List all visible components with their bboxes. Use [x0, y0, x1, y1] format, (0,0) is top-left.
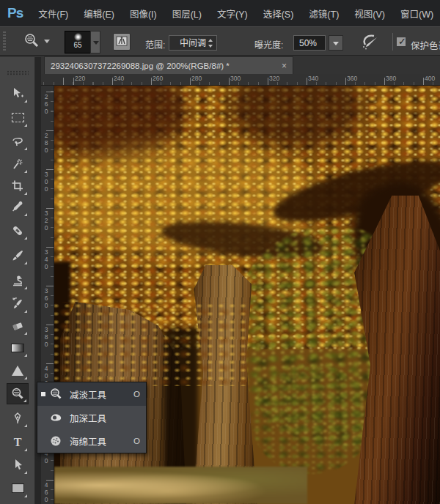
- range-select[interactable]: 中间调: [169, 35, 217, 51]
- ruler-tick: 360: [347, 75, 357, 82]
- protect-tones-label: 保护色调: [411, 38, 440, 52]
- menu-image[interactable]: 图像(I): [130, 7, 157, 21]
- ruler-tick: 280: [43, 132, 49, 154]
- exposure-value: 50%: [299, 38, 317, 48]
- menu-filter[interactable]: 滤镜(T): [309, 7, 339, 21]
- checkmark-icon: ✓: [398, 37, 406, 47]
- flyout-shortcut: O: [133, 390, 140, 399]
- marquee-icon: [12, 113, 24, 122]
- healing-brush-tool[interactable]: [7, 220, 29, 241]
- range-label: 范围:: [145, 38, 165, 51]
- ruler-tick: 320: [43, 210, 49, 231]
- burn-icon: [49, 411, 64, 424]
- flyout-label: 减淡工具: [70, 388, 131, 401]
- ruler-tick: 240: [114, 75, 124, 82]
- airbrush-toggle-button[interactable]: [361, 33, 380, 51]
- tools-panel-grip[interactable]: [7, 70, 29, 75]
- updown-arrows-icon: [208, 39, 213, 48]
- menu-window[interactable]: 窗口(W): [400, 7, 433, 21]
- dodge-tool-selected[interactable]: [7, 383, 29, 404]
- green-foliage-lower: [251, 364, 372, 474]
- photoshop-logo: Ps: [7, 5, 23, 21]
- photoshop-window: Ps 文件(F) 编辑(E) 图像(I) 图层(L) 文字(Y) 选择(S) 滤…: [0, 0, 440, 504]
- flyout-item-sponge[interactable]: 海绵工具 O: [37, 429, 146, 453]
- brush-size: 65: [65, 41, 90, 49]
- ruler-tick: 300: [230, 75, 241, 82]
- rectangle-icon: [12, 483, 24, 493]
- ruler-tick: 300: [43, 171, 49, 193]
- brush-tool[interactable]: [7, 245, 29, 266]
- ruler-tick: 340: [43, 248, 49, 270]
- ruler-tick: 280: [191, 75, 202, 82]
- chevron-down-icon: [93, 41, 99, 45]
- ruler-tick: 380: [43, 326, 49, 348]
- chevron-down-icon: [333, 42, 339, 45]
- menu-view[interactable]: 视图(V): [354, 7, 385, 21]
- menu-select[interactable]: 选择(S): [263, 7, 294, 21]
- type-icon: T: [14, 436, 22, 449]
- dodge-tool-flyout-menu: 减淡工具 O 加深工具 海绵工具 O: [37, 382, 147, 453]
- flyout-label: 加深工具: [70, 411, 137, 425]
- type-tool[interactable]: T: [7, 431, 29, 453]
- lasso-tool[interactable]: [7, 130, 29, 152]
- brush-picker-dropdown[interactable]: [90, 31, 100, 53]
- ruler-tick: 220: [75, 75, 85, 82]
- move-tool[interactable]: [7, 83, 29, 104]
- menu-layer[interactable]: 图层(L): [172, 7, 202, 21]
- close-icon[interactable]: ×: [282, 61, 287, 71]
- options-bar-grip[interactable]: [3, 32, 6, 51]
- eraser-tool[interactable]: [7, 315, 29, 336]
- pen-tool[interactable]: [7, 407, 29, 429]
- protect-tones-checkbox[interactable]: ✓: [396, 37, 406, 47]
- droplet-icon: [12, 366, 23, 376]
- tools-panel: T: [0, 57, 35, 504]
- ground-layer: [54, 467, 307, 504]
- rectangular-marquee-tool[interactable]: [7, 107, 29, 128]
- tool-preset-caret-icon[interactable]: [44, 40, 50, 43]
- options-bar: 65 范围: 中间调 曝光度: 50%: [0, 26, 440, 56]
- history-brush-tool[interactable]: [7, 293, 29, 314]
- ruler-tick: 380: [386, 75, 396, 82]
- document-tab[interactable]: 2932406307372269088.jpg @ 200%(RGB/8#) *…: [44, 56, 293, 74]
- brush-tip-icon: [74, 33, 82, 41]
- flyout-shortcut: O: [133, 437, 140, 445]
- menu-edit[interactable]: 编辑(E): [84, 7, 114, 21]
- ruler-tick: 320: [269, 75, 279, 82]
- document-title: 2932406307372269088.jpg @ 200%(RGB/8#) *: [51, 62, 277, 70]
- dodge-icon: [49, 388, 64, 401]
- crop-tool[interactable]: [7, 175, 29, 196]
- menu-bar: Ps 文件(F) 编辑(E) 图像(I) 图层(L) 文字(Y) 选择(S) 滤…: [0, 0, 440, 26]
- selected-marker-icon: [41, 392, 45, 396]
- ruler-tick: 360: [43, 287, 49, 309]
- ruler-tick: 260: [43, 93, 49, 115]
- horizontal-ruler[interactable]: 220 240 260 280 300 320 340 360 380 400: [41, 74, 440, 86]
- exposure-dropdown-button[interactable]: [329, 35, 343, 51]
- menu-type[interactable]: 文字(Y): [217, 7, 248, 21]
- gradient-tool[interactable]: [7, 337, 29, 358]
- foliage-fringe: [54, 302, 249, 386]
- toggle-brush-panel-button[interactable]: [113, 33, 131, 51]
- eyedropper-tool[interactable]: [7, 196, 29, 218]
- blur-tool[interactable]: [7, 360, 29, 381]
- path-selection-tool[interactable]: [7, 454, 29, 475]
- dodge-tool-icon[interactable]: [21, 32, 43, 50]
- document-tab-bar: » 2932406307372269088.jpg @ 200%(RGB/8#)…: [0, 56, 440, 74]
- gradient-icon: [11, 344, 24, 352]
- clone-stamp-tool[interactable]: [7, 270, 29, 291]
- exposure-label: 曝光度:: [254, 38, 283, 51]
- range-value: 中间调: [180, 38, 206, 48]
- sponge-icon: [49, 434, 64, 448]
- ruler-tick: 400: [425, 75, 435, 82]
- flyout-label: 海绵工具: [70, 434, 131, 448]
- exposure-input[interactable]: 50%: [293, 35, 326, 51]
- flyout-item-dodge[interactable]: 减淡工具 O: [37, 382, 146, 406]
- flyout-item-burn[interactable]: 加深工具: [37, 406, 146, 429]
- menu-file[interactable]: 文件(F): [38, 7, 68, 21]
- brush-preview[interactable]: 65: [65, 31, 91, 53]
- shape-tool[interactable]: [7, 478, 29, 499]
- divider: [392, 33, 393, 51]
- ruler-tick: 260: [153, 75, 163, 82]
- ruler-tick: 340: [308, 75, 318, 82]
- magic-wand-tool[interactable]: [7, 153, 29, 174]
- ruler-tick: 460: [43, 481, 49, 503]
